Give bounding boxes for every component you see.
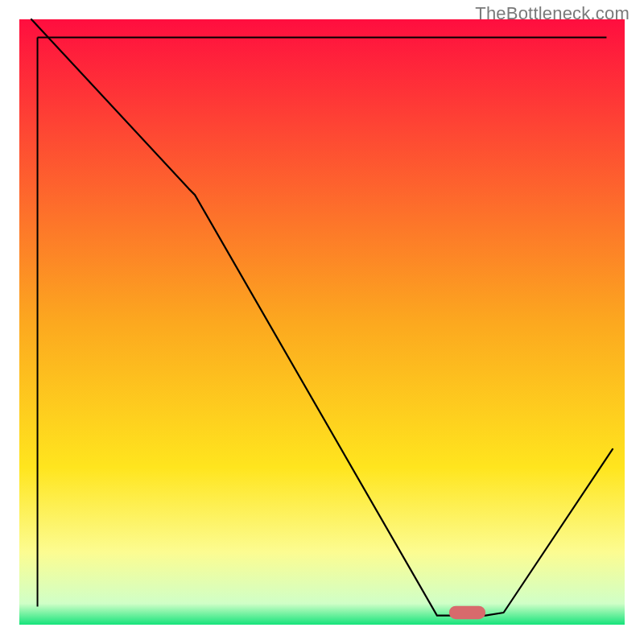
chart-background bbox=[19, 19, 625, 625]
chart-container: TheBottleneck.com bbox=[0, 0, 644, 644]
watermark-label: TheBottleneck.com bbox=[475, 3, 630, 24]
optimal-marker bbox=[449, 606, 485, 620]
chart-svg bbox=[0, 0, 644, 644]
